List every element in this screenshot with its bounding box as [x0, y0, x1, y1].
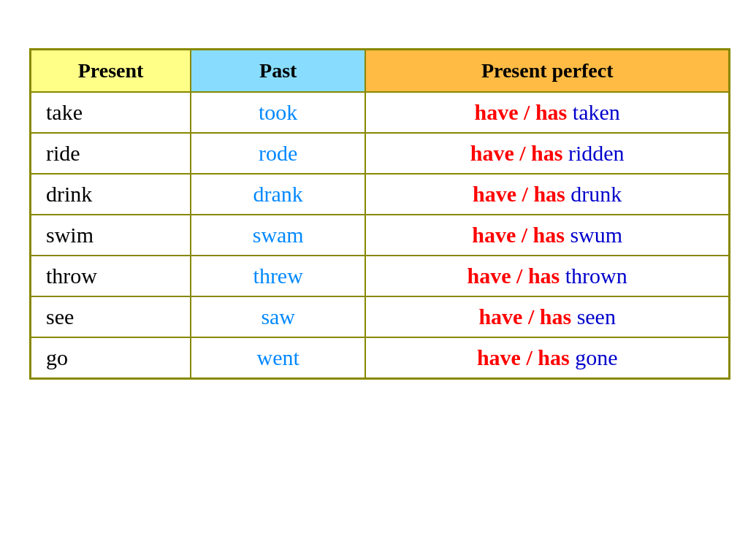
past-cell: went — [191, 337, 365, 379]
pp-prefix: have / has — [473, 182, 570, 206]
table-row: throwthrewhave / has thrown — [31, 256, 730, 296]
present-cell: ride — [31, 133, 191, 174]
pp-prefix: have / has — [477, 345, 575, 369]
table-row: riderodehave / has ridden — [31, 133, 730, 174]
pp-word: drunk — [570, 182, 622, 206]
pp-word: gone — [575, 345, 617, 369]
present-perfect-cell: have / has swum — [365, 215, 729, 256]
pp-word: thrown — [565, 264, 627, 288]
pp-word: swum — [570, 223, 622, 247]
present-cell: swim — [31, 215, 191, 256]
present-cell: take — [31, 92, 191, 133]
pp-word: ridden — [568, 141, 625, 165]
pp-prefix: have / has — [475, 100, 573, 124]
past-cell: drank — [191, 174, 365, 215]
present-cell: see — [31, 296, 191, 337]
verb-table: Present Past Present perfect taketookhav… — [29, 48, 730, 380]
present-perfect-cell: have / has thrown — [365, 256, 729, 296]
pp-word: seen — [577, 304, 616, 329]
table-row: taketookhave / has taken — [31, 92, 730, 133]
present-cell: throw — [31, 256, 191, 296]
past-cell: saw — [191, 296, 365, 337]
past-cell: rode — [191, 133, 365, 174]
pp-prefix: have / has — [470, 141, 568, 165]
pp-word: taken — [573, 100, 620, 124]
past-cell: swam — [191, 215, 365, 256]
present-perfect-cell: have / has gone — [365, 337, 729, 379]
pp-prefix: have / has — [478, 304, 576, 329]
table-row: swimswamhave / has swum — [31, 215, 730, 256]
table-row: gowenthave / has gone — [31, 337, 730, 379]
present-perfect-cell: have / has drunk — [365, 174, 729, 215]
present-perfect-cell: have / has taken — [365, 92, 729, 133]
present-perfect-cell: have / has seen — [365, 296, 729, 337]
past-cell: threw — [191, 256, 365, 296]
pp-prefix: have / has — [472, 223, 570, 247]
past-cell: took — [191, 92, 365, 133]
pp-prefix: have / has — [468, 264, 565, 288]
header-present: Present — [31, 50, 191, 93]
present-perfect-cell: have / has ridden — [365, 133, 729, 174]
present-cell: drink — [31, 174, 191, 215]
present-cell: go — [31, 337, 191, 379]
header-past: Past — [191, 50, 365, 93]
table-row: seesawhave / has seen — [31, 296, 730, 337]
header-present-perfect: Present perfect — [365, 50, 729, 93]
table-row: drinkdrankhave / has drunk — [31, 174, 730, 215]
